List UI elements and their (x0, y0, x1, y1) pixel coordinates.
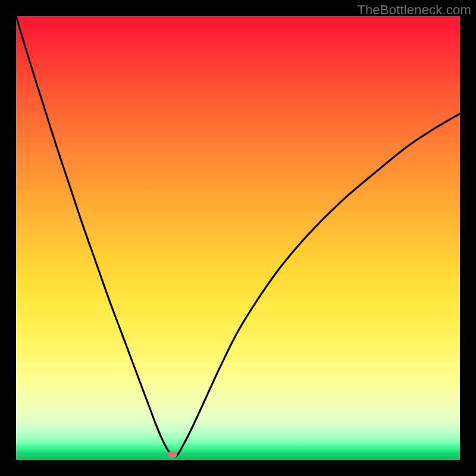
optimum-marker (168, 451, 177, 458)
chart-frame: TheBottleneck.com (0, 0, 476, 476)
bottleneck-curve (16, 16, 460, 460)
watermark-text: TheBottleneck.com (357, 2, 471, 18)
